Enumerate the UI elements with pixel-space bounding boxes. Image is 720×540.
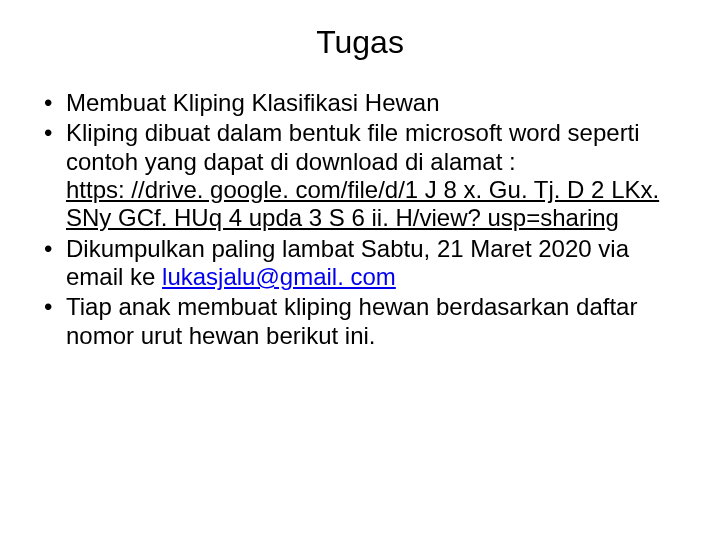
page-title: Tugas: [40, 24, 680, 61]
item-text: Tiap anak membuat kliping hewan berdasar…: [66, 293, 637, 348]
email-link[interactable]: lukasjalu@gmail. com: [162, 263, 396, 290]
item-text: Membuat Kliping Klasifikasi Hewan: [66, 89, 440, 116]
drive-link[interactable]: https: //drive. google. com/file/d/1 J 8…: [66, 176, 659, 231]
list-item: Kliping dibuat dalam bentuk file microso…: [40, 119, 680, 232]
list-item: Membuat Kliping Klasifikasi Hewan: [40, 89, 680, 117]
list-item: Dikumpulkan paling lambat Sabtu, 21 Mare…: [40, 235, 680, 292]
item-text: Kliping dibuat dalam bentuk file microso…: [66, 119, 640, 174]
list-item: Tiap anak membuat kliping hewan berdasar…: [40, 293, 680, 350]
bullet-list: Membuat Kliping Klasifikasi Hewan Klipin…: [40, 89, 680, 350]
